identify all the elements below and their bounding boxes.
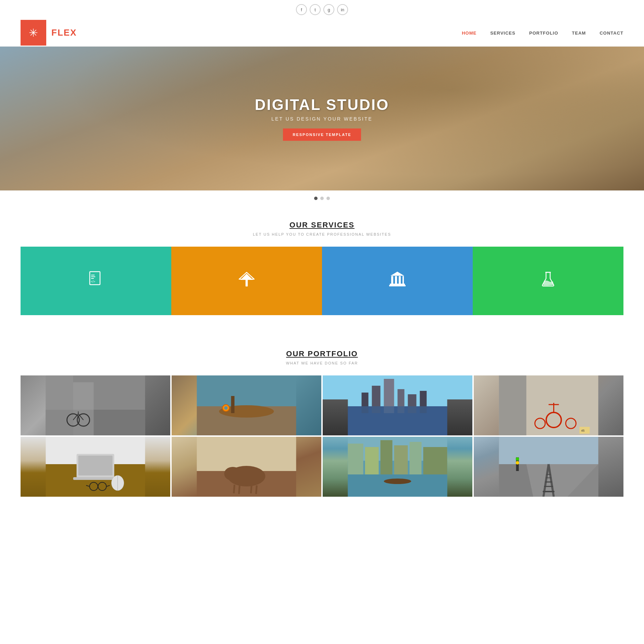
portfolio-item-7[interactable] <box>323 437 472 497</box>
svg-rect-74 <box>410 442 422 474</box>
svg-rect-40 <box>499 375 527 435</box>
svg-rect-79 <box>499 437 598 464</box>
twitter-icon[interactable]: t <box>310 4 321 15</box>
social-bar: f t g in <box>0 0 644 19</box>
service-card-lab[interactable] <box>473 247 623 315</box>
portfolio-image-1 <box>21 375 170 435</box>
svg-rect-18 <box>73 382 94 435</box>
svg-rect-10 <box>399 276 401 284</box>
portfolio-item-2[interactable] <box>172 375 321 435</box>
svg-rect-76 <box>348 474 447 497</box>
lab-icon <box>539 270 557 292</box>
service-card-code[interactable]: </> <box>21 247 171 315</box>
svg-rect-12 <box>390 284 405 285</box>
portfolio-image-6 <box>172 437 321 497</box>
navbar: ✳ FLEX HOME SERVICES PORTFOLIO TEAM CONT… <box>0 19 644 47</box>
nav-portfolio[interactable]: PORTFOLIO <box>529 30 558 36</box>
hero-section: DIGITAL STUDIO LET US DESIGN YOUR WEBSIT… <box>0 47 644 190</box>
slider-dot-2[interactable] <box>320 197 324 200</box>
portfolio-image-3 <box>323 375 472 435</box>
svg-point-29 <box>224 406 228 410</box>
portfolio-image-8 <box>474 437 623 497</box>
svg-point-91 <box>516 461 519 465</box>
services-grid: </> <box>21 247 623 315</box>
portfolio-title: OUR PORTFOLIO <box>21 349 623 358</box>
portfolio-item-1[interactable] <box>21 375 170 435</box>
svg-rect-52 <box>73 477 118 480</box>
nav-home[interactable]: HOME <box>462 30 476 36</box>
service-card-institution[interactable] <box>322 247 473 315</box>
svg-rect-71 <box>365 447 379 474</box>
services-subtitle: LET US HELP YOU TO CREATE PROFESSIONAL W… <box>21 232 623 236</box>
send-icon <box>238 270 256 292</box>
portfolio-image-7 <box>323 437 472 497</box>
nav-contact[interactable]: CONTACT <box>599 30 623 36</box>
google-icon[interactable]: g <box>323 4 334 15</box>
svg-point-90 <box>516 457 519 461</box>
code-icon: </> <box>87 270 105 292</box>
svg-rect-73 <box>394 445 408 474</box>
svg-rect-70 <box>348 444 363 474</box>
svg-point-63 <box>224 467 242 481</box>
logo-text: FLEX <box>51 27 462 38</box>
facebook-icon[interactable]: f <box>296 4 307 15</box>
portfolio-image-4: 45 <box>474 375 623 435</box>
portfolio-item-5[interactable] <box>21 437 170 497</box>
svg-marker-7 <box>391 272 404 276</box>
hero-content: DIGITAL STUDIO LET US DESIGN YOUR WEBSIT… <box>255 96 389 141</box>
svg-rect-11 <box>402 276 404 284</box>
svg-rect-75 <box>423 447 447 474</box>
svg-rect-9 <box>395 276 397 284</box>
nav-services[interactable]: SERVICES <box>490 30 516 36</box>
services-section: OUR SERVICES LET US HELP YOU TO CREATE P… <box>0 203 644 332</box>
linkedin-icon[interactable]: in <box>337 4 348 15</box>
svg-rect-24 <box>197 375 296 406</box>
svg-rect-8 <box>391 276 393 284</box>
svg-rect-17 <box>46 375 73 435</box>
svg-text:</>: </> <box>91 280 95 283</box>
portfolio-item-4[interactable]: 45 <box>474 375 623 435</box>
portfolio-image-5 <box>21 437 170 497</box>
svg-line-66 <box>251 485 252 493</box>
svg-line-67 <box>256 485 257 494</box>
institution-icon <box>388 270 406 292</box>
slider-dot-1[interactable] <box>314 197 318 200</box>
slider-dots <box>0 190 644 203</box>
svg-line-65 <box>239 485 240 494</box>
svg-line-64 <box>234 485 235 493</box>
svg-rect-38 <box>348 406 447 435</box>
portfolio-item-3[interactable] <box>323 375 472 435</box>
logo-icon: ✳ <box>29 27 38 38</box>
svg-marker-6 <box>240 274 253 285</box>
svg-rect-27 <box>231 396 235 413</box>
hero-subtitle: LET US DESIGN YOUR WEBSITE <box>255 116 389 122</box>
svg-text:45: 45 <box>581 429 585 432</box>
portfolio-image-2 <box>172 375 321 435</box>
hero-title: DIGITAL STUDIO <box>255 96 389 113</box>
portfolio-item-8[interactable] <box>474 437 623 497</box>
svg-point-77 <box>384 479 411 484</box>
portfolio-subtitle: WHAT WE HAVE DONE SO FAR <box>21 361 623 365</box>
svg-rect-72 <box>381 440 393 474</box>
portfolio-item-6[interactable] <box>172 437 321 497</box>
nav-team[interactable]: TEAM <box>572 30 586 36</box>
slider-dot-3[interactable] <box>326 197 330 200</box>
hero-cta-button[interactable]: RESPONSIVE TEMPLATE <box>283 128 361 141</box>
svg-rect-13 <box>389 285 406 286</box>
nav-links: HOME SERVICES PORTFOLIO TEAM CONTACT <box>462 30 623 36</box>
services-title: OUR SERVICES <box>21 221 623 230</box>
svg-rect-51 <box>78 456 113 475</box>
portfolio-grid: 45 <box>21 375 623 497</box>
portfolio-section: OUR PORTFOLIO WHAT WE HAVE DONE SO FAR <box>0 332 644 514</box>
service-card-send[interactable] <box>171 247 322 315</box>
logo-box: ✳ <box>21 20 46 46</box>
